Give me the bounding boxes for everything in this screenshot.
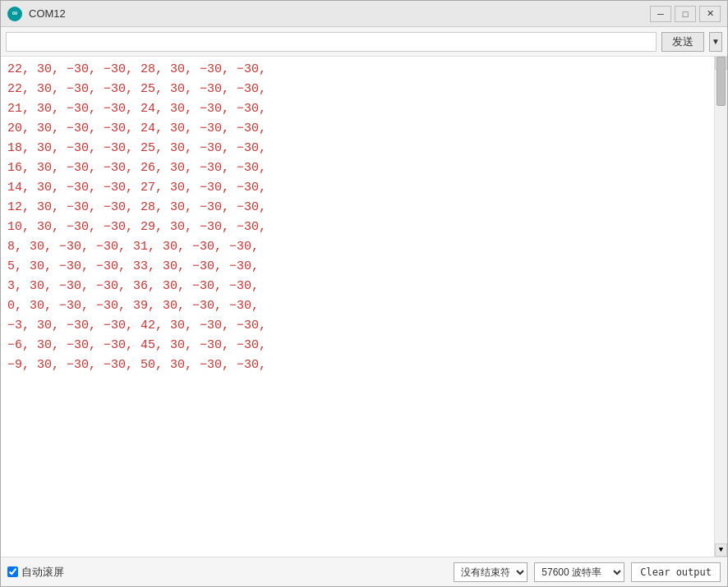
scrollbar-thumb[interactable] [716, 57, 726, 106]
output-line: 22, 30, −30, −30, 28, 30, −30, −30, [7, 60, 707, 80]
output-area: 22, 30, −30, −30, 28, 30, −30, −30,22, 3… [1, 57, 727, 557]
close-button[interactable]: ✕ [699, 6, 721, 22]
output-line: −3, 30, −30, −30, 42, 30, −30, −30, [7, 316, 707, 336]
scrollbar-down-btn[interactable]: ▼ [715, 543, 727, 557]
output-line: 3, 30, −30, −30, 36, 30, −30, −30, [7, 277, 707, 296]
autoscroll-label: 自动滚屏 [7, 565, 64, 580]
status-bar: 自动滚屏 没有结束符 换行 回车 换行+回车 300 1200 2400 480… [1, 557, 727, 586]
output-line: 14, 30, −30, −30, 27, 30, −30, −30, [7, 178, 707, 198]
serial-input[interactable] [6, 32, 657, 52]
send-button[interactable]: 发送 [661, 32, 704, 52]
app-icon: ∞ [7, 7, 22, 21]
toolbar: 发送 ▼ [1, 27, 727, 57]
output-line: 8, 30, −30, −30, 31, 30, −30, −30, [7, 237, 707, 257]
output-content[interactable]: 22, 30, −30, −30, 28, 30, −30, −30,22, 3… [1, 57, 714, 557]
title-bar: ∞ COM12 ─ □ ✕ [1, 1, 727, 27]
output-line: 5, 30, −30, −30, 33, 30, −30, −30, [7, 257, 707, 277]
line-ending-select[interactable]: 没有结束符 换行 回车 换行+回车 [454, 562, 528, 582]
dropdown-btn[interactable]: ▼ [709, 32, 722, 52]
window-title: COM12 [29, 7, 643, 20]
output-line: 16, 30, −30, −30, 26, 30, −30, −30, [7, 158, 707, 178]
autoscroll-checkbox[interactable] [7, 566, 18, 577]
baud-rate-select[interactable]: 300 1200 2400 4800 9600 19200 38400 5760… [534, 562, 624, 582]
output-line: 12, 30, −30, −30, 28, 30, −30, −30, [7, 198, 707, 218]
output-line: 18, 30, −30, −30, 25, 30, −30, −30, [7, 139, 707, 158]
output-line: 20, 30, −30, −30, 24, 30, −30, −30, [7, 119, 707, 139]
maximize-button[interactable]: □ [675, 6, 696, 22]
minimize-button[interactable]: ─ [650, 6, 671, 22]
output-line: −9, 30, −30, −30, 50, 30, −30, −30, [7, 355, 707, 375]
window-controls: ─ □ ✕ [650, 6, 721, 22]
output-line: 21, 30, −30, −30, 24, 30, −30, −30, [7, 99, 707, 119]
serial-monitor-window: ∞ COM12 ─ □ ✕ 发送 ▼ 22, 30, −30, −30, 28,… [0, 0, 728, 587]
output-line: 10, 30, −30, −30, 29, 30, −30, −30, [7, 218, 707, 237]
output-line: −6, 30, −30, −30, 45, 30, −30, −30, [7, 336, 707, 355]
output-line: 0, 30, −30, −30, 39, 30, −30, −30, [7, 296, 707, 316]
output-line: 22, 30, −30, −30, 25, 30, −30, −30, [7, 80, 707, 99]
scrollbar-track[interactable]: ▲ ▼ [714, 57, 727, 557]
clear-output-button[interactable]: Clear output [631, 562, 721, 582]
